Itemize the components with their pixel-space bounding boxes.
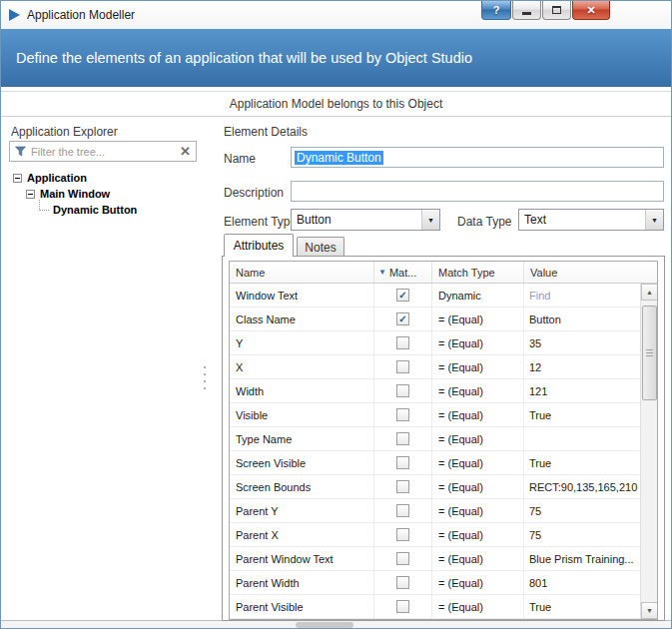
- attributes-table-body: Window Text✓DynamicFindClass Name✓= (Equ…: [230, 284, 657, 619]
- column-header-name[interactable]: Name: [230, 262, 374, 283]
- table-header: Name ▼Mat... Match Type Value: [230, 262, 657, 284]
- attribute-value[interactable]: 75: [524, 523, 640, 546]
- table-row[interactable]: Screen Visible= (Equal)True: [230, 451, 640, 475]
- attribute-match-type[interactable]: = (Equal): [432, 523, 524, 546]
- attribute-value[interactable]: 35: [524, 331, 640, 354]
- table-row[interactable]: Parent Window Text= (Equal)Blue Prism Tr…: [230, 547, 640, 571]
- name-value: Dynamic Button: [295, 151, 383, 165]
- table-row[interactable]: Width= (Equal)121: [230, 379, 640, 403]
- attribute-name: Screen Visible: [230, 451, 374, 474]
- match-checkbox[interactable]: [396, 360, 409, 373]
- table-row[interactable]: Y= (Equal)35: [230, 331, 640, 355]
- panel-splitter[interactable]: [204, 366, 206, 389]
- close-button[interactable]: ✕: [572, 1, 610, 20]
- chevron-down-icon[interactable]: ▼: [421, 210, 439, 230]
- attribute-match-type[interactable]: = (Equal): [432, 499, 524, 522]
- attribute-match-type[interactable]: = (Equal): [432, 475, 524, 498]
- match-checkbox[interactable]: [396, 336, 409, 349]
- match-checkbox[interactable]: ✓: [396, 289, 409, 302]
- attribute-value[interactable]: 12: [524, 355, 640, 378]
- match-checkbox[interactable]: [396, 432, 409, 445]
- attribute-value[interactable]: True: [524, 451, 640, 474]
- filter-sort-icon[interactable]: ▼: [378, 268, 386, 277]
- attribute-match-cell: [374, 523, 432, 546]
- column-header-match[interactable]: ▼Mat...: [374, 262, 432, 283]
- scroll-down-button[interactable]: ▼: [641, 602, 657, 619]
- attribute-value[interactable]: True: [524, 595, 640, 618]
- horizontal-scrollbar-thumb[interactable]: [296, 622, 353, 628]
- tree-item-main-window[interactable]: Main Window: [9, 186, 201, 202]
- attribute-value[interactable]: 75: [524, 499, 640, 522]
- tree-collapse-icon[interactable]: [26, 190, 35, 199]
- attribute-value[interactable]: Blue Prism Training...: [524, 547, 640, 570]
- description-input[interactable]: [291, 181, 664, 202]
- table-row[interactable]: Parent Width= (Equal)801: [230, 571, 640, 595]
- table-row[interactable]: Visible= (Equal)True: [230, 403, 640, 427]
- match-checkbox[interactable]: [396, 408, 409, 421]
- title-bar[interactable]: Application Modeller ? ✕: [1, 1, 671, 29]
- attribute-value[interactable]: Find: [524, 284, 640, 307]
- filter-tree-input[interactable]: Filter the tree... ✕: [9, 141, 197, 162]
- attribute-value[interactable]: 121: [524, 379, 640, 402]
- attribute-match-type[interactable]: = (Equal): [432, 547, 524, 570]
- scrollbar-thumb[interactable]: [642, 306, 657, 400]
- column-header-match-type[interactable]: Match Type: [432, 262, 524, 283]
- application-modeller-window: Application Modeller ? ✕ Define the elem…: [0, 0, 672, 629]
- match-checkbox[interactable]: [396, 600, 409, 613]
- tab-attributes[interactable]: Attributes: [224, 234, 294, 257]
- attribute-rows: Window Text✓DynamicFindClass Name✓= (Equ…: [230, 284, 640, 619]
- attribute-match-type[interactable]: = (Equal): [432, 451, 524, 474]
- table-row[interactable]: Parent Y= (Equal)75: [230, 499, 640, 523]
- attribute-match-type[interactable]: = (Equal): [432, 571, 524, 594]
- tree-collapse-icon[interactable]: [13, 174, 22, 183]
- match-checkbox[interactable]: [396, 480, 409, 493]
- minimize-icon: [522, 12, 531, 15]
- minimize-button[interactable]: [512, 1, 541, 20]
- attribute-value[interactable]: RECT:90,135,165,210: [524, 475, 640, 498]
- element-type-select[interactable]: Button ▼: [291, 209, 440, 231]
- match-checkbox[interactable]: [396, 504, 409, 517]
- match-checkbox[interactable]: [396, 456, 409, 469]
- data-type-select[interactable]: Text ▼: [518, 209, 664, 231]
- match-checkbox[interactable]: [396, 552, 409, 565]
- match-checkbox[interactable]: ✓: [396, 313, 409, 325]
- attribute-value[interactable]: Button: [524, 308, 640, 330]
- scroll-down-icon: ▼: [646, 607, 653, 614]
- table-row[interactable]: Screen Bounds= (Equal)RECT:90,135,165,21…: [230, 475, 640, 499]
- attribute-name: Parent Visible: [230, 595, 374, 618]
- match-checkbox[interactable]: [396, 576, 409, 589]
- name-input[interactable]: Dynamic Button: [291, 147, 664, 168]
- table-row[interactable]: Type Name= (Equal): [230, 427, 640, 451]
- table-row[interactable]: Window Text✓DynamicFind: [230, 284, 640, 308]
- attribute-value[interactable]: 801: [524, 571, 640, 594]
- column-header-value[interactable]: Value: [524, 262, 657, 283]
- attribute-match-type[interactable]: = (Equal): [432, 355, 524, 378]
- attribute-match-type[interactable]: = (Equal): [432, 595, 524, 618]
- table-row[interactable]: Class Name✓= (Equal)Button: [230, 308, 640, 331]
- scroll-up-button[interactable]: ▲: [641, 284, 657, 301]
- vertical-scrollbar[interactable]: ▲ ▼: [640, 284, 657, 619]
- attribute-name: Screen Bounds: [230, 475, 374, 498]
- attribute-value[interactable]: [524, 427, 640, 450]
- match-checkbox[interactable]: [396, 528, 409, 541]
- attribute-name: Parent Window Text: [230, 547, 374, 570]
- attribute-match-type[interactable]: = (Equal): [432, 427, 524, 450]
- attribute-match-cell: [374, 451, 432, 474]
- tree-item-dynamic-button[interactable]: Dynamic Button: [9, 202, 201, 218]
- tab-notes[interactable]: Notes: [297, 237, 344, 257]
- attribute-match-type[interactable]: = (Equal): [432, 308, 524, 330]
- tree-item-application[interactable]: Application: [9, 170, 201, 186]
- table-row[interactable]: X= (Equal)12: [230, 355, 640, 379]
- help-button[interactable]: ?: [481, 1, 511, 20]
- attribute-value[interactable]: True: [524, 403, 640, 426]
- attribute-match-type[interactable]: = (Equal): [432, 379, 524, 402]
- match-checkbox[interactable]: [396, 384, 409, 397]
- table-row[interactable]: Parent Visible= (Equal)True: [230, 595, 640, 619]
- table-row[interactable]: Parent X= (Equal)75: [230, 523, 640, 547]
- attribute-match-type[interactable]: = (Equal): [432, 331, 524, 354]
- attribute-match-type[interactable]: = (Equal): [432, 403, 524, 426]
- attribute-match-type[interactable]: Dynamic: [432, 284, 524, 307]
- clear-filter-icon[interactable]: ✕: [180, 145, 191, 158]
- maximize-button[interactable]: [542, 1, 571, 20]
- chevron-down-icon[interactable]: ▼: [645, 210, 663, 230]
